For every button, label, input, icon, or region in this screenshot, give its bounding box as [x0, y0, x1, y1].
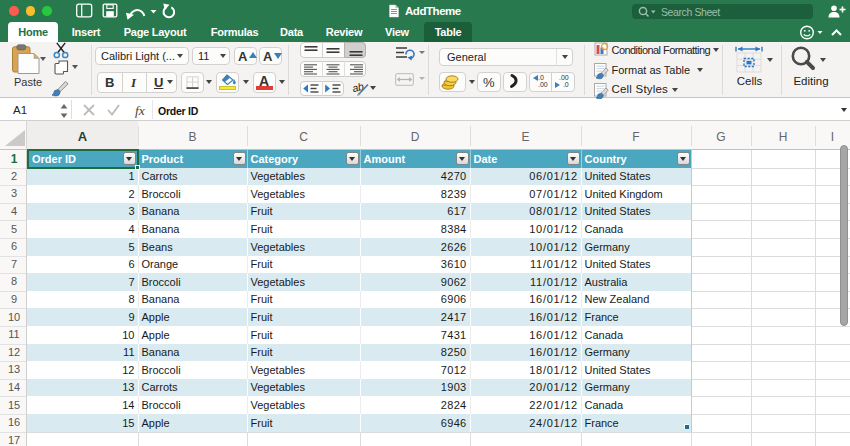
svg-text:fx: fx: [135, 103, 145, 118]
